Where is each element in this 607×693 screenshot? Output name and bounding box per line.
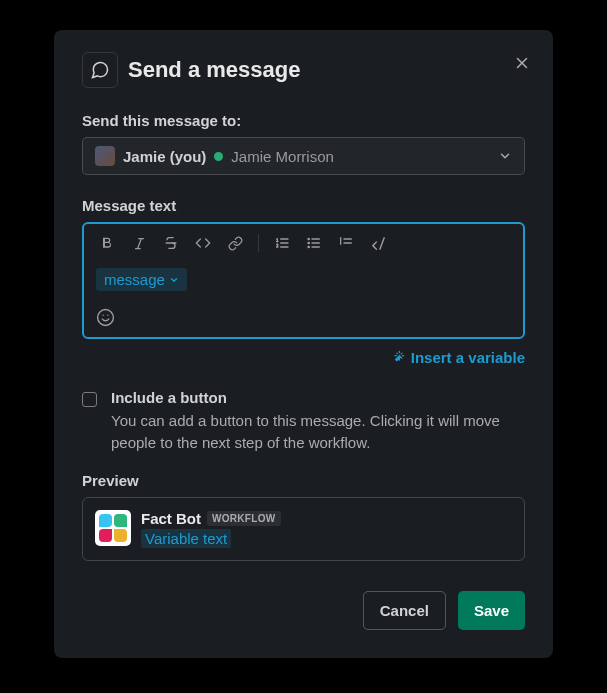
- preview-panel: Fact Bot WORKFLOW Variable text: [82, 497, 525, 561]
- recipient-label: Send this message to:: [82, 112, 525, 129]
- bot-name: Fact Bot: [141, 510, 201, 527]
- editor-toolbar: [84, 224, 523, 262]
- toolbar-divider: [258, 234, 259, 252]
- chevron-down-icon: [498, 149, 512, 163]
- ordered-list-button[interactable]: [267, 228, 297, 258]
- preview-label: Preview: [82, 472, 525, 489]
- include-button-label: Include a button: [111, 389, 227, 406]
- footer-buttons: Cancel Save: [82, 591, 525, 630]
- code-button[interactable]: [188, 228, 218, 258]
- editor-footer: [84, 302, 523, 337]
- svg-point-14: [308, 246, 309, 247]
- svg-point-12: [308, 238, 309, 239]
- recipient-display-name: Jamie (you): [123, 148, 206, 165]
- presence-active-icon: [214, 152, 223, 161]
- preview-variable-text: Variable text: [141, 529, 231, 548]
- insert-variable-link[interactable]: Insert a variable: [390, 349, 525, 366]
- cancel-button[interactable]: Cancel: [363, 591, 446, 630]
- strikethrough-button[interactable]: [156, 228, 186, 258]
- user-avatar-icon: [95, 146, 115, 166]
- chevron-down-icon: [169, 275, 179, 285]
- svg-point-18: [98, 310, 114, 326]
- link-button[interactable]: [220, 228, 250, 258]
- recipient-full-name: Jamie Morrison: [231, 148, 334, 165]
- bot-avatar-icon: [95, 510, 131, 546]
- message-bubble-icon: [82, 52, 118, 88]
- emoji-button[interactable]: [96, 308, 511, 327]
- include-button-option: Include a button You can add a button to…: [82, 389, 525, 454]
- code-block-button[interactable]: [363, 228, 393, 258]
- insert-variable-row: Insert a variable: [82, 349, 525, 369]
- include-button-checkbox[interactable]: [82, 392, 97, 407]
- include-button-description: You can add a button to this message. Cl…: [111, 410, 525, 454]
- bullet-list-button[interactable]: [299, 228, 329, 258]
- save-button[interactable]: Save: [458, 591, 525, 630]
- message-editor: message: [82, 222, 525, 339]
- modal-header: Send a message: [82, 52, 525, 88]
- blockquote-button[interactable]: [331, 228, 361, 258]
- magic-wand-icon: [390, 350, 405, 365]
- svg-line-4: [137, 238, 141, 248]
- svg-point-13: [308, 242, 309, 243]
- italic-button[interactable]: [124, 228, 154, 258]
- close-button[interactable]: [513, 54, 531, 72]
- modal-title: Send a message: [128, 57, 300, 83]
- variable-chip[interactable]: message: [96, 268, 187, 291]
- bold-button[interactable]: [92, 228, 122, 258]
- workflow-badge: WORKFLOW: [207, 511, 281, 526]
- send-message-modal: Send a message Send this message to: Jam…: [54, 30, 553, 658]
- message-text-label: Message text: [82, 197, 525, 214]
- recipient-selector[interactable]: Jamie (you) Jamie Morrison: [82, 137, 525, 175]
- editor-content-area[interactable]: message: [84, 262, 523, 302]
- variable-chip-label: message: [104, 271, 165, 288]
- insert-variable-label: Insert a variable: [411, 349, 525, 366]
